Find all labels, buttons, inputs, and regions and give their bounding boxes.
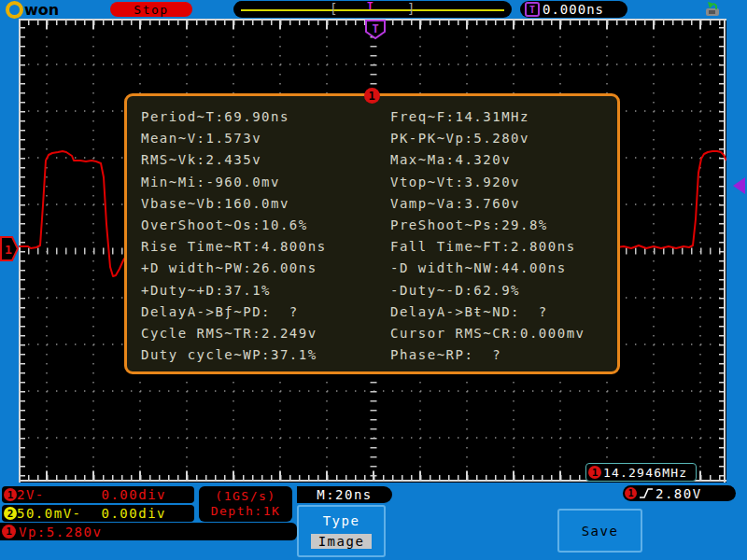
trigger-level-box: 1 2.80V bbox=[623, 485, 736, 501]
freq-counter-value: 14.2946MHz bbox=[603, 466, 687, 480]
measure-mean: Mean~V:1.573v bbox=[141, 128, 327, 149]
measure-max: Max~Ma:4.320v bbox=[390, 149, 585, 171]
measure-vtop: Vtop~Vt:3.920v bbox=[390, 172, 585, 193]
trigger-time-readout: T 0.000ns bbox=[520, 1, 627, 18]
measure-overshoot: OverShoot~Os:10.6% bbox=[141, 215, 327, 236]
freq-counter-channel-badge: 1 bbox=[588, 466, 601, 479]
measure-pkpk: PK-PK~Vp:5.280v bbox=[390, 128, 585, 149]
quick-measure-value: Vp:5.280v bbox=[19, 525, 102, 539]
measure-pos-width: +D width~PW:26.00ns bbox=[141, 258, 327, 279]
bottom-status-bar: 1 2V- 0.00div 2 50.0mV- 0.00div (1GS/s) … bbox=[0, 483, 747, 560]
measure-cycle-rms: Cycle RMS~TR:2.249v bbox=[141, 323, 327, 344]
overview-window-right-bracket: ] bbox=[407, 1, 415, 16]
type-label: Type bbox=[299, 513, 384, 528]
measure-delay-fall: DelayA->Bŧ~ND: ? bbox=[390, 301, 585, 323]
ch2-badge: 2 bbox=[4, 507, 17, 520]
trigger-time-value: 0.000ns bbox=[543, 2, 604, 17]
measure-vamp: Vamp~Va:3.760v bbox=[390, 193, 585, 215]
ch1-position-marker[interactable]: 1 bbox=[0, 236, 20, 262]
rising-edge-icon bbox=[639, 487, 654, 499]
ch1-scale: 2V- bbox=[17, 487, 45, 502]
measure-delay-rise: DelayA->Bƒ~PD: ? bbox=[141, 301, 327, 323]
overview-trigger-icon: T bbox=[367, 0, 374, 12]
frequency-counter: 1 14.2946MHz bbox=[585, 463, 697, 482]
waveform-overview-bar[interactable]: [ ] T bbox=[233, 1, 512, 18]
ch2-position: 0.00div bbox=[101, 506, 166, 521]
measure-freq: Freq~F:14.31MHz bbox=[390, 106, 585, 128]
type-menu-button[interactable]: Type Image bbox=[297, 505, 386, 557]
measurement-panel: 1 Period~T:69.90ns Mean~V:1.573v RMS~Vk:… bbox=[124, 93, 620, 374]
svg-text:1: 1 bbox=[5, 243, 12, 257]
ch1-status-box: 1 2V- 0.00div bbox=[2, 486, 194, 503]
usb-storage-icon bbox=[702, 1, 723, 18]
logo-o-ring-icon bbox=[6, 1, 23, 19]
measure-neg-width: -D width~NW:44.00ns bbox=[390, 258, 585, 279]
trigger-level-value: 2.80V bbox=[655, 486, 702, 501]
measure-column-left: Period~T:69.90ns Mean~V:1.573v RMS~Vk:2.… bbox=[141, 106, 327, 366]
type-value: Image bbox=[311, 534, 373, 549]
measure-fall-time: Fall Time~FT:2.800ns bbox=[390, 236, 585, 258]
measure-vbase: Vbase~Vb:160.0mv bbox=[141, 193, 327, 215]
measure-column-right: Freq~F:14.31MHz PK-PK~Vp:5.280v Max~Ma:4… bbox=[390, 106, 585, 366]
sample-rate: (1GS/s) bbox=[215, 489, 275, 504]
measure-cursor-rms: Cursor RMS~CR:0.000mv bbox=[390, 323, 585, 344]
timebase-value: M:20ns bbox=[317, 487, 373, 502]
trigger-position-marker[interactable]: T bbox=[366, 21, 385, 38]
save-button[interactable]: Save bbox=[557, 509, 642, 553]
measure-min: Min~Mi:-960.0mv bbox=[141, 172, 327, 193]
measure-rise-time: Rise Time~RT:4.800ns bbox=[141, 236, 327, 258]
measure-preshoot: PreShoot~Ps:29.8% bbox=[390, 215, 585, 236]
record-depth: Depth:1K bbox=[211, 504, 281, 519]
ch2-scale: 50.0mV- bbox=[17, 506, 82, 521]
quick-measure-badge: 1 bbox=[2, 525, 16, 539]
svg-text:T: T bbox=[372, 22, 378, 35]
trigger-t-icon: T bbox=[525, 2, 540, 17]
measure-neg-duty: -Duty~-D:62.9% bbox=[390, 280, 585, 301]
quick-measure-box: 1 Vp:5.280v bbox=[0, 523, 297, 540]
overview-window-left-bracket: [ bbox=[330, 1, 337, 16]
logo-text: won bbox=[24, 1, 59, 19]
owon-logo: won bbox=[6, 0, 59, 19]
trigger-badge: 1 bbox=[625, 487, 637, 499]
measure-channel-badge: 1 bbox=[364, 88, 380, 104]
ch2-status-box: 2 50.0mV- 0.00div bbox=[2, 505, 194, 522]
ch1-position: 0.00div bbox=[101, 487, 166, 502]
measure-period: Period~T:69.90ns bbox=[141, 106, 327, 128]
trigger-level-arrow[interactable] bbox=[733, 177, 745, 194]
top-status-bar: won Stop [ ] T T 0.000ns bbox=[0, 0, 747, 19]
timebase-box: M:20ns bbox=[297, 486, 392, 503]
run-state-badge: Stop bbox=[110, 2, 192, 17]
measure-phase: Phase~RP: ? bbox=[390, 344, 585, 366]
measure-duty-cycle: Duty cycle~WP:37.1% bbox=[141, 344, 327, 366]
acquisition-status-box: (1GS/s) Depth:1K bbox=[199, 486, 292, 522]
ch1-badge: 1 bbox=[4, 488, 17, 501]
measure-pos-duty: +Duty~+D:37.1% bbox=[141, 280, 327, 301]
measure-rms: RMS~Vk:2.435v bbox=[141, 149, 327, 171]
